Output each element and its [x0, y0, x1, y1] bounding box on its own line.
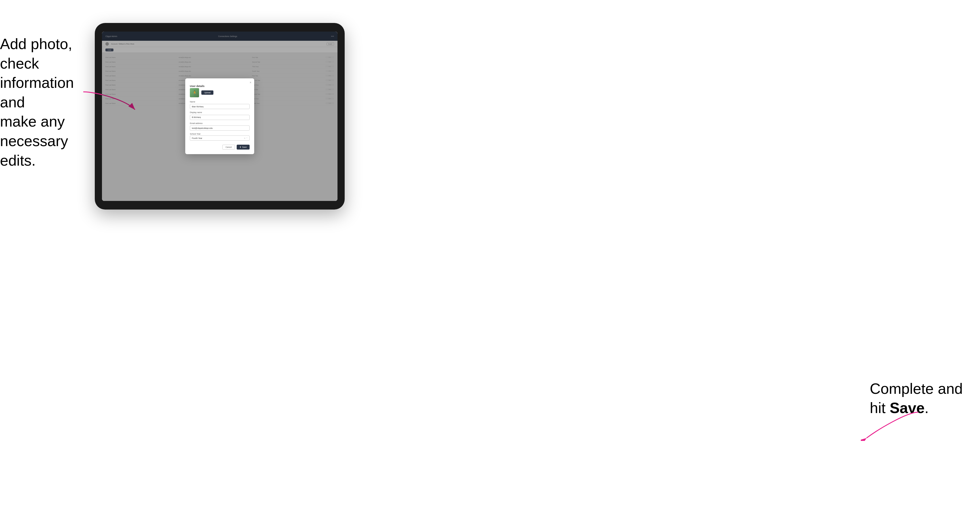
name-input[interactable] — [190, 104, 250, 109]
name-label: Name — [190, 101, 250, 103]
school-year-select[interactable]: Fourth Year × ⌃ — [190, 135, 250, 141]
chevron-down-icon[interactable]: ⌃ — [246, 137, 248, 139]
school-year-select-wrapper: Fourth Year × ⌃ — [190, 135, 250, 141]
name-field-group: Name — [190, 101, 250, 110]
user-details-modal: User details × 🧍 Upload Name Display nam… — [185, 78, 254, 154]
modal-footer: Cancel ⬆ Save — [190, 144, 250, 149]
select-icons: × ⌃ — [244, 137, 248, 139]
close-icon[interactable]: × — [250, 81, 251, 84]
modal-title: User details — [190, 85, 205, 87]
annotation-left: Add photo, check information and make an… — [0, 35, 86, 170]
avatar-figure-icon: 🧍 — [192, 90, 197, 95]
cancel-button[interactable]: Cancel — [222, 144, 235, 149]
school-year-label: School Year — [190, 133, 250, 135]
avatar: 🧍 — [190, 88, 199, 97]
annotation-right: Complete and hit Save. — [870, 379, 963, 418]
school-year-field-group: School Year Fourth Year × ⌃ — [190, 133, 250, 141]
display-name-input[interactable] — [190, 115, 250, 120]
display-name-label: Display name — [190, 111, 250, 113]
avatar-section: 🧍 Upload — [190, 88, 250, 97]
tablet-screen: Clippd Admin Connections Settings ●●● Ac… — [102, 32, 337, 201]
tablet-frame: Clippd Admin Connections Settings ●●● Ac… — [95, 23, 345, 210]
display-name-field-group: Display name — [190, 111, 250, 120]
school-year-value: Fourth Year — [192, 137, 202, 139]
upload-button[interactable]: Upload — [201, 90, 213, 95]
save-icon: ⬆ — [240, 146, 241, 148]
email-input[interactable] — [190, 125, 250, 130]
email-label: Email address — [190, 122, 250, 124]
save-button[interactable]: ⬆ Save — [237, 144, 250, 149]
modal-overlay: User details × 🧍 Upload Name Display nam… — [102, 32, 337, 201]
select-clear-icon[interactable]: × — [244, 137, 245, 139]
email-field-group: Email address — [190, 122, 250, 131]
